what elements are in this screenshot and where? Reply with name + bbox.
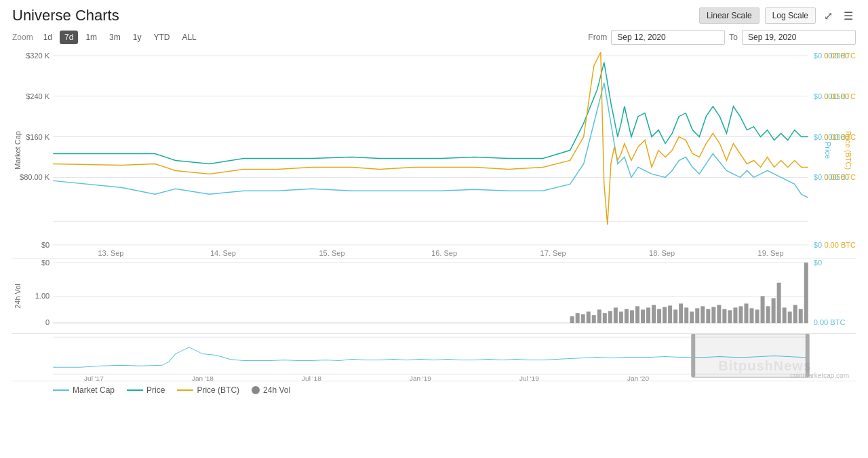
svg-rect-57 bbox=[657, 309, 661, 323]
svg-text:0.00 BTC: 0.00 BTC bbox=[824, 241, 856, 249]
svg-rect-88 bbox=[691, 334, 695, 377]
svg-text:$80.00 K: $80.00 K bbox=[20, 173, 50, 181]
svg-text:$0: $0 bbox=[814, 259, 822, 267]
svg-rect-76 bbox=[761, 297, 765, 324]
zoom-ytd-button[interactable]: YTD bbox=[149, 31, 174, 44]
svg-rect-53 bbox=[635, 306, 639, 323]
svg-text:15. Sep: 15. Sep bbox=[319, 249, 344, 257]
svg-text:$0: $0 bbox=[41, 259, 50, 267]
svg-text:0.00 BTC: 0.00 BTC bbox=[824, 173, 856, 181]
svg-rect-84 bbox=[804, 263, 808, 323]
svg-rect-70 bbox=[728, 310, 732, 323]
legend-market-cap-line bbox=[53, 389, 69, 391]
svg-text:17. Sep: 17. Sep bbox=[540, 249, 566, 257]
svg-text:$240 K: $240 K bbox=[26, 92, 50, 100]
svg-rect-58 bbox=[663, 307, 667, 323]
svg-rect-49 bbox=[614, 307, 618, 323]
svg-text:14. Sep: 14. Sep bbox=[210, 249, 236, 257]
svg-rect-82 bbox=[793, 305, 797, 323]
svg-rect-79 bbox=[777, 283, 781, 323]
svg-rect-69 bbox=[722, 309, 726, 323]
svg-rect-63 bbox=[690, 311, 694, 323]
expand-icon[interactable]: ⤢ bbox=[821, 8, 835, 24]
svg-text:Jan '19: Jan '19 bbox=[410, 375, 431, 381]
svg-rect-41 bbox=[570, 316, 574, 323]
svg-text:$320 K: $320 K bbox=[26, 52, 50, 60]
linear-scale-button[interactable]: Linear Scale bbox=[699, 7, 760, 24]
to-date-input[interactable] bbox=[742, 30, 856, 45]
svg-rect-55 bbox=[646, 307, 650, 323]
attribution: coinmarketcap.com bbox=[790, 372, 849, 379]
svg-rect-61 bbox=[679, 303, 683, 323]
page-header: Universe Charts Linear Scale Log Scale ⤢… bbox=[12, 7, 856, 24]
svg-rect-78 bbox=[772, 298, 776, 323]
svg-text:0.00 BTC: 0.00 BTC bbox=[824, 52, 856, 60]
svg-rect-59 bbox=[668, 305, 672, 323]
svg-rect-42 bbox=[576, 313, 580, 323]
svg-text:0: 0 bbox=[45, 318, 50, 326]
svg-text:Jul '19: Jul '19 bbox=[519, 375, 539, 381]
zoom-7d-button[interactable]: 7d bbox=[60, 31, 78, 44]
svg-rect-56 bbox=[652, 305, 656, 323]
svg-rect-68 bbox=[717, 305, 721, 323]
legend-price-line bbox=[127, 389, 143, 391]
svg-rect-72 bbox=[738, 306, 743, 323]
svg-rect-44 bbox=[587, 311, 591, 323]
svg-rect-80 bbox=[783, 307, 787, 323]
svg-rect-74 bbox=[749, 308, 753, 323]
svg-text:0.00 BTC: 0.00 BTC bbox=[814, 318, 846, 326]
svg-text:Price: Price bbox=[824, 142, 832, 159]
svg-rect-48 bbox=[608, 311, 612, 323]
legend-price-btc-label: Price (BTC) bbox=[197, 385, 239, 395]
legend-price-btc-line bbox=[177, 389, 193, 391]
svg-text:Jan '18: Jan '18 bbox=[192, 375, 214, 381]
svg-rect-46 bbox=[597, 309, 601, 323]
from-date-input[interactable] bbox=[611, 30, 725, 45]
svg-text:$0: $0 bbox=[41, 241, 50, 249]
svg-text:24h Vol: 24h Vol bbox=[14, 284, 22, 308]
svg-text:$0: $0 bbox=[814, 241, 822, 249]
svg-text:Jan '20: Jan '20 bbox=[627, 375, 649, 381]
legend-market-cap: Market Cap bbox=[53, 385, 115, 395]
svg-text:18. Sep: 18. Sep bbox=[649, 249, 675, 257]
date-range: From To bbox=[588, 30, 856, 45]
svg-rect-81 bbox=[788, 311, 792, 323]
svg-text:16. Sep: 16. Sep bbox=[431, 249, 457, 257]
svg-rect-45 bbox=[592, 315, 596, 323]
svg-rect-51 bbox=[625, 309, 629, 323]
svg-rect-52 bbox=[630, 310, 634, 323]
svg-text:0.00 BTC: 0.00 BTC bbox=[824, 92, 856, 100]
page-container: Universe Charts Linear Scale Log Scale ⤢… bbox=[0, 0, 868, 458]
svg-text:13. Sep: 13. Sep bbox=[98, 249, 123, 257]
svg-text:1.00: 1.00 bbox=[35, 292, 50, 301]
svg-rect-71 bbox=[733, 307, 737, 323]
svg-rect-65 bbox=[701, 306, 705, 323]
legend-24h-vol: 24h Vol bbox=[252, 385, 290, 395]
svg-rect-73 bbox=[744, 303, 748, 323]
zoom-1m-button[interactable]: 1m bbox=[81, 31, 102, 44]
zoom-3m-button[interactable]: 3m bbox=[104, 31, 125, 44]
zoom-1y-button[interactable]: 1y bbox=[128, 31, 146, 44]
zoom-1d-button[interactable]: 1d bbox=[39, 31, 57, 44]
legend-price: Price bbox=[127, 385, 165, 395]
to-label: To bbox=[729, 33, 738, 42]
legend-market-cap-label: Market Cap bbox=[73, 385, 115, 395]
legend-24h-vol-dot bbox=[252, 386, 260, 394]
menu-icon[interactable]: ☰ bbox=[841, 8, 856, 24]
legend: Market Cap Price Price (BTC) 24h Vol bbox=[12, 381, 856, 395]
from-label: From bbox=[588, 33, 607, 42]
zoom-all-button[interactable]: ALL bbox=[177, 31, 201, 44]
header-controls: Linear Scale Log Scale ⤢ ☰ bbox=[699, 7, 856, 24]
svg-rect-75 bbox=[755, 309, 760, 323]
log-scale-button[interactable]: Log Scale bbox=[765, 7, 816, 24]
svg-rect-60 bbox=[673, 309, 677, 323]
legend-price-label: Price bbox=[146, 385, 165, 395]
svg-text:Jul '17: Jul '17 bbox=[84, 375, 104, 381]
svg-rect-43 bbox=[581, 314, 585, 323]
svg-rect-47 bbox=[603, 313, 607, 323]
svg-rect-67 bbox=[711, 307, 715, 323]
legend-24h-vol-label: 24h Vol bbox=[263, 385, 290, 395]
chart-area: $320 K $240 K $160 K $80.00 K $0 $0.0020… bbox=[12, 49, 856, 451]
page-title: Universe Charts bbox=[12, 7, 119, 24]
main-chart: $320 K $240 K $160 K $80.00 K $0 $0.0020… bbox=[12, 49, 856, 259]
